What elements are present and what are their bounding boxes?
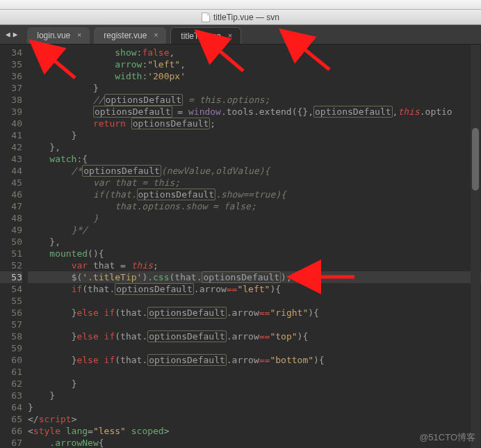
tab-titletip[interactable]: titleTip.vue × <box>170 27 241 44</box>
close-icon[interactable]: × <box>151 30 161 40</box>
code-editor[interactable]: 3435363738394041424344454647484950515253… <box>0 45 481 448</box>
code-area[interactable]: show:false, arrow:"left", width:'200px' … <box>26 45 481 448</box>
tab-label: titleTip.vue <box>181 31 221 41</box>
window-title: titleTip.vue — svn <box>213 13 279 22</box>
tab-register[interactable]: register.vue × <box>94 27 166 44</box>
tab-login[interactable]: login.vue × <box>27 27 90 44</box>
close-icon[interactable]: × <box>225 31 235 40</box>
close-icon[interactable]: × <box>74 30 84 40</box>
document-icon <box>202 13 210 22</box>
nav-forward-icon[interactable]: ▶ <box>13 30 18 39</box>
tab-label: register.vue <box>104 31 147 40</box>
tab-label: login.vue <box>37 31 70 40</box>
mac-menubar <box>0 0 481 10</box>
tab-bar: ◀ ▶ login.vue × register.vue × titleTip.… <box>0 25 481 45</box>
nav-back-icon[interactable]: ◀ <box>6 30 10 39</box>
line-number-gutter: 3435363738394041424344454647484950515253… <box>0 45 26 448</box>
nav-arrows: ◀ ▶ <box>0 25 23 44</box>
window-titlebar: titleTip.vue — svn <box>0 10 481 25</box>
vertical-scrollbar[interactable] <box>471 45 480 448</box>
scrollbar-thumb[interactable] <box>472 128 479 191</box>
